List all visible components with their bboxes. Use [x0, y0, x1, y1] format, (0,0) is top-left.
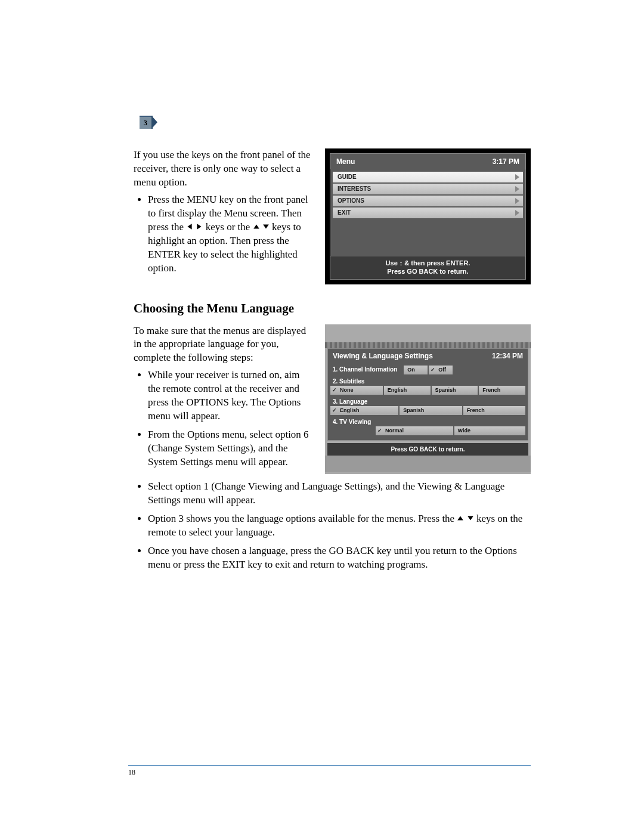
menu-item-options: OPTIONS: [333, 196, 523, 206]
step-choose-language: Option 3 shows you the language options …: [148, 512, 531, 540]
opt-tv-normal: Normal: [376, 426, 453, 435]
step-select-viewing-settings: Select option 1 (Change Viewing and Lang…: [148, 480, 531, 507]
section-heading: Choosing the Menu Language: [134, 301, 531, 316]
svg-marker-2: [253, 225, 259, 229]
opt-lang-english: English: [330, 406, 398, 415]
step-go-back: Once you have chosen a language, press t…: [148, 544, 531, 572]
menu-item-guide: GUIDE: [333, 172, 523, 182]
footer-rule: [128, 765, 531, 766]
language-label: 3. Language: [328, 396, 528, 406]
step-select-system-settings: From the Options menu, select option 6 (…: [148, 428, 314, 469]
opt-lang-french: French: [463, 406, 525, 415]
down-arrow-icon: [262, 221, 270, 234]
opt-channel-off: Off: [429, 366, 453, 374]
manual-page: 3 If you use the keys on the front panel…: [0, 0, 644, 833]
step-open-options: While your receiver is turned on, aim th…: [148, 368, 314, 423]
svg-marker-0: [188, 224, 192, 230]
chapter-tab: 3: [140, 116, 153, 129]
page-number: 18: [128, 768, 135, 777]
opt-channel-on: On: [404, 366, 428, 374]
menu-item-interests: INTERESTS: [333, 184, 523, 194]
menu-item-exit: EXIT: [333, 208, 523, 218]
up-arrow-icon: [253, 221, 260, 234]
intro-paragraph: If you use the keys on the front panel o…: [134, 148, 314, 190]
menu-title: Menu: [336, 157, 355, 166]
language-text-column: To make sure that the menus are displaye…: [134, 324, 314, 474]
menu-hint: Use ↕ & then press ENTER. Press GO BACK …: [330, 256, 525, 279]
language-intro-paragraph: To make sure that the menus are displaye…: [134, 324, 314, 366]
viewing-settings-screenshot: Viewing & Language Settings 12:34 PM 1. …: [325, 324, 531, 474]
svg-marker-5: [467, 516, 473, 521]
main-menu-screenshot: Menu 3:17 PM GUIDE INTERESTS OPTIONS EXI…: [325, 148, 531, 284]
settings-title: Viewing & Language Settings: [333, 352, 433, 360]
opt-lang-spanish: Spanish: [400, 406, 462, 415]
opt-tv-wide: Wide: [454, 426, 526, 435]
up-arrow-icon: [457, 512, 464, 526]
opt-sub-none: None: [330, 386, 383, 395]
down-arrow-icon: [467, 512, 474, 526]
svg-marker-3: [263, 225, 269, 229]
opt-sub-spanish: Spanish: [432, 386, 478, 395]
menu-navigation-instruction: Press the MENU key on the front panel to…: [148, 193, 314, 275]
settings-clock: 12:34 PM: [492, 352, 523, 360]
svg-marker-1: [197, 224, 202, 230]
opt-sub-english: English: [384, 386, 431, 395]
left-arrow-icon: [186, 221, 193, 234]
tv-viewing-label: 4. TV Viewing: [328, 416, 528, 426]
opt-sub-french: French: [479, 386, 525, 395]
svg-marker-4: [458, 516, 464, 521]
intro-text-column: If you use the keys on the front panel o…: [134, 148, 314, 284]
subtitles-label: 2. Subtitles: [328, 376, 528, 386]
right-arrow-icon: [196, 221, 203, 234]
settings-hint: Press GO BACK to return.: [327, 443, 528, 456]
menu-clock: 3:17 PM: [493, 157, 519, 166]
